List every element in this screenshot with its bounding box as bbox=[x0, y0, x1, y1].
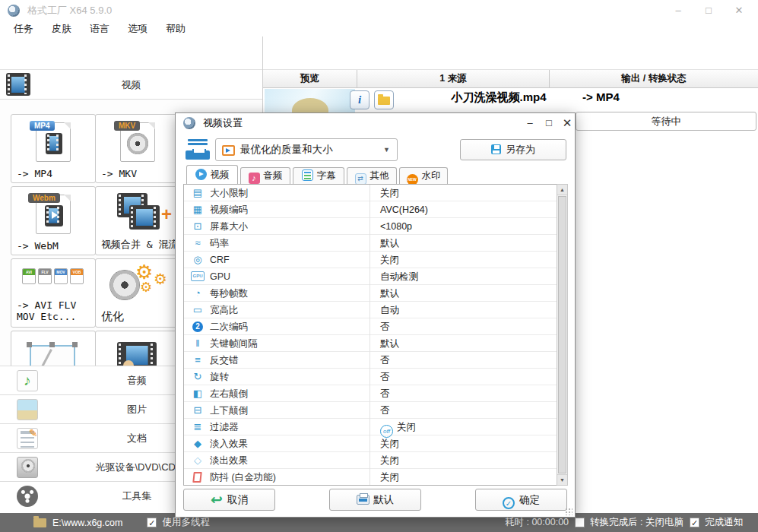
floppy-icon bbox=[491, 144, 501, 154]
multithread-checkbox[interactable]: ✓ bbox=[147, 518, 157, 527]
menu-item-3[interactable]: 选项 bbox=[128, 22, 147, 36]
scrollbar-thumb[interactable] bbox=[558, 196, 566, 473]
menu-item-1[interactable]: 皮肤 bbox=[52, 22, 71, 36]
film-reel-icon bbox=[17, 486, 38, 507]
tab-audio[interactable]: ♪音频 bbox=[240, 167, 290, 184]
bitrate-waves-icon: ≈ bbox=[191, 235, 205, 252]
setting-label: 关键帧间隔 bbox=[210, 335, 258, 352]
tab-watermark[interactable]: NEW水印 bbox=[399, 167, 448, 184]
menu-item-2[interactable]: 语言 bbox=[90, 22, 109, 36]
flip-vertical-icon: ⊟ bbox=[191, 402, 205, 419]
video-section-header[interactable]: 视频 bbox=[0, 70, 262, 100]
tile-to-mkv[interactable]: MKV -> MKV bbox=[95, 114, 180, 183]
dialog-close-icon[interactable]: ✕ bbox=[559, 116, 576, 131]
setting-value[interactable]: 默认 bbox=[380, 235, 399, 252]
setting-value[interactable]: 关闭 bbox=[380, 469, 399, 486]
setting-value[interactable]: <1080p bbox=[380, 218, 412, 235]
menu-item-0[interactable]: 任务 bbox=[14, 22, 33, 36]
setting-value[interactable]: 否 bbox=[380, 369, 390, 385]
setting-row[interactable]: ▤大小限制关闭 bbox=[184, 185, 557, 201]
ok-button[interactable]: ✓确定 bbox=[475, 489, 567, 511]
file-folder-button[interactable] bbox=[374, 90, 394, 109]
setting-value[interactable]: 默认 bbox=[380, 285, 399, 302]
close-icon[interactable]: ✕ bbox=[729, 3, 749, 18]
app-icon bbox=[8, 5, 20, 17]
tab-video[interactable]: 视频 bbox=[186, 165, 238, 184]
tile-label: -> MP4 bbox=[17, 168, 52, 179]
stabilizer-icon bbox=[192, 472, 201, 483]
setting-row[interactable]: ≡反交错否 bbox=[184, 352, 557, 369]
setting-row[interactable]: ▦视频编码AVC(H264) bbox=[184, 201, 557, 218]
preset-dropdown[interactable]: 最优化的质量和大小 ▼ bbox=[215, 138, 398, 161]
setting-row[interactable]: ◎CRF关闭 bbox=[184, 252, 557, 268]
multithread-label: 使用多线程 bbox=[162, 516, 210, 529]
setting-value[interactable]: 否 bbox=[380, 385, 390, 402]
setting-value[interactable]: 否 bbox=[380, 402, 390, 419]
tab-subtitle[interactable]: 字幕 bbox=[293, 167, 344, 184]
dialog-minimize-icon[interactable]: – bbox=[522, 116, 538, 131]
setting-row[interactable]: ◇淡出效果关闭 bbox=[184, 452, 557, 469]
maximize-icon[interactable]: □ bbox=[699, 3, 718, 18]
tile-screen-partial[interactable] bbox=[95, 331, 180, 366]
mkv-disc-icon bbox=[127, 133, 148, 154]
setting-value[interactable]: 自动检测 bbox=[380, 268, 418, 285]
cancel-button[interactable]: ↩取消 bbox=[183, 489, 275, 511]
notify-checkbox[interactable]: ✓ bbox=[690, 518, 699, 527]
setting-value[interactable]: AVC(H264) bbox=[380, 201, 428, 218]
scroll-down-icon[interactable]: ▼ bbox=[557, 474, 567, 485]
setting-value[interactable]: 关闭 bbox=[380, 435, 399, 452]
tile-optimize[interactable]: ⚙ ⚙ ⚙ 优化 bbox=[95, 258, 180, 328]
tile-video-merge[interactable]: + 视频合并 & 混流 bbox=[95, 186, 180, 255]
save-as-button[interactable]: 另存为 bbox=[460, 139, 566, 160]
scroll-up-icon[interactable]: ▲ bbox=[557, 185, 567, 195]
ruler-icon: ▤ bbox=[191, 185, 205, 201]
setting-row[interactable]: ⊡屏幕大小<1080p bbox=[184, 218, 557, 235]
dialog-titlebar[interactable]: 视频设置 – □ ✕ bbox=[176, 113, 575, 133]
setting-value[interactable]: 默认 bbox=[380, 335, 399, 352]
tile-to-avi-flv-mov[interactable]: AVI FLV MOV VOB -> AVI FLV MOV Etc... bbox=[11, 258, 96, 328]
setting-row[interactable]: ↻旋转否 bbox=[184, 369, 557, 385]
encoder-chip-icon: ▦ bbox=[191, 201, 205, 218]
rotate-icon: ↻ bbox=[191, 369, 205, 385]
tile-to-webm[interactable]: Webm -> WebM bbox=[11, 186, 96, 255]
setting-value[interactable]: 关闭 bbox=[380, 185, 399, 201]
setting-row[interactable]: ≣过滤器off关闭 bbox=[184, 419, 557, 435]
column-source[interactable]: 1 来源 bbox=[357, 70, 550, 87]
setting-value[interactable]: 关闭 bbox=[380, 452, 399, 469]
optimize-gear-icon: ⚙ bbox=[140, 279, 152, 296]
setting-label: 过滤器 bbox=[210, 419, 239, 435]
setting-value[interactable]: 自动 bbox=[380, 302, 399, 318]
column-preview[interactable]: 预览 bbox=[263, 70, 357, 87]
file-info-button[interactable]: i bbox=[350, 90, 369, 109]
setting-row[interactable]: ◆淡入效果关闭 bbox=[184, 435, 557, 452]
setting-row[interactable]: 2二次编码否 bbox=[184, 318, 557, 335]
setting-row[interactable]: ▭宽高比自动 bbox=[184, 302, 557, 318]
output-path[interactable]: E:\www.x6g.com bbox=[52, 518, 122, 528]
setting-row[interactable]: GPUGPU自动检测 bbox=[184, 268, 557, 285]
tile-crop-partial[interactable] bbox=[11, 331, 96, 366]
setting-value[interactable]: 否 bbox=[380, 352, 390, 369]
setting-row[interactable]: ≈码率默认 bbox=[184, 235, 557, 252]
setting-value[interactable]: 否 bbox=[380, 318, 390, 335]
setting-row[interactable]: ‖关键帧间隔默认 bbox=[184, 335, 557, 352]
tile-to-mp4[interactable]: MP4 -> MP4 bbox=[11, 114, 96, 183]
setting-value[interactable]: 关闭 bbox=[380, 252, 399, 268]
minimize-icon[interactable]: – bbox=[668, 3, 688, 18]
output-path-folder-icon[interactable] bbox=[33, 518, 46, 527]
setting-row[interactable]: ◔每秒帧数默认 bbox=[184, 285, 557, 302]
setting-row[interactable]: 防抖 (白金功能)关闭 bbox=[184, 469, 557, 486]
scrollbar[interactable]: ▲ ▼ bbox=[557, 184, 568, 486]
tab-other[interactable]: ⇄其他 bbox=[347, 167, 397, 184]
setting-row[interactable]: ◧左右颠倒否 bbox=[184, 385, 557, 402]
setting-label: 上下颠倒 bbox=[210, 402, 248, 419]
setting-row[interactable]: ⊟上下颠倒否 bbox=[184, 402, 557, 419]
setting-label: 旋转 bbox=[210, 369, 229, 385]
music-note-icon: ♪ bbox=[17, 370, 38, 391]
dialog-resize-grip[interactable] bbox=[565, 508, 572, 515]
default-button[interactable]: 默认 bbox=[329, 489, 421, 511]
shutdown-checkbox[interactable] bbox=[575, 518, 585, 527]
menu-item-4[interactable]: 帮助 bbox=[166, 22, 186, 36]
dialog-maximize-icon[interactable]: □ bbox=[541, 116, 557, 131]
setting-label: 淡入效果 bbox=[210, 435, 248, 452]
column-output-status[interactable]: 输出 / 转换状态 bbox=[550, 70, 758, 87]
